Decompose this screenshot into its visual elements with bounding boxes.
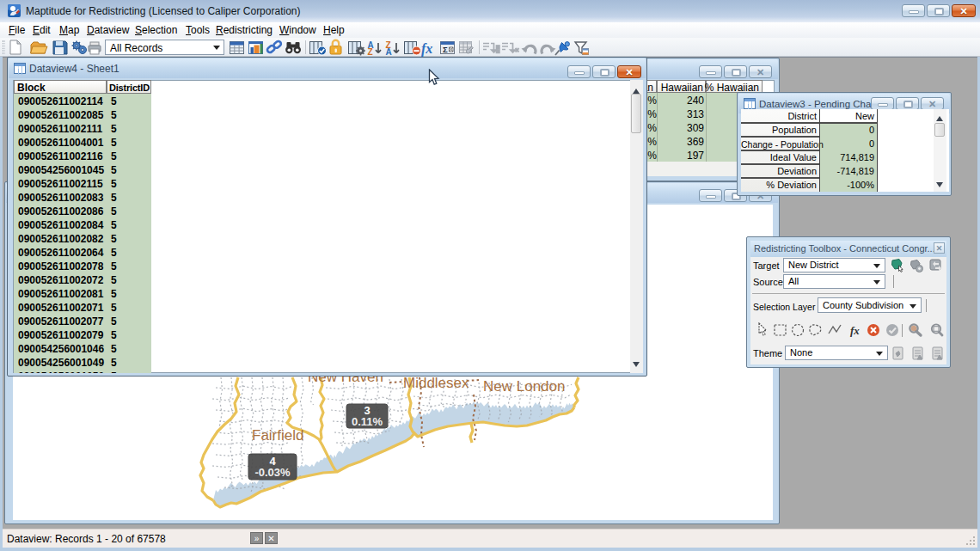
- svg-text:A: A: [386, 47, 392, 57]
- svg-text:fx: fx: [421, 41, 432, 57]
- svg-text:Σ: Σ: [443, 45, 448, 54]
- svg-text:New London: New London: [483, 378, 565, 395]
- svg-text:Middlesex: Middlesex: [403, 375, 469, 391]
- svg-text:-0.03%: -0.03%: [254, 466, 291, 479]
- svg-text:Fairfield: Fairfield: [252, 427, 303, 444]
- svg-text:0.11%: 0.11%: [352, 415, 383, 428]
- svg-text:Z: Z: [368, 47, 373, 57]
- svg-text:fx: fx: [850, 324, 860, 337]
